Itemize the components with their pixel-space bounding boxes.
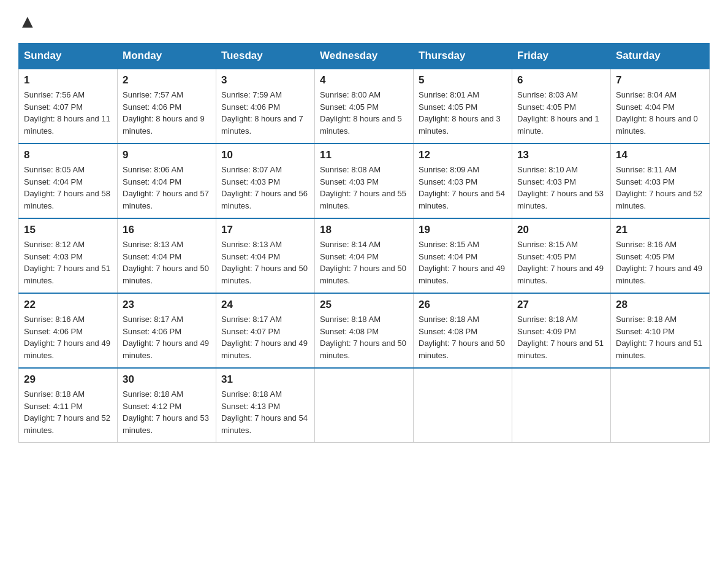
calendar-day-cell: 29Sunrise: 8:18 AMSunset: 4:11 PMDayligh… (19, 368, 118, 443)
day-number: 11 (320, 149, 408, 161)
calendar-day-cell: 23Sunrise: 8:17 AMSunset: 4:06 PMDayligh… (118, 293, 216, 368)
day-of-week-header: Monday (118, 44, 216, 69)
day-number: 19 (419, 224, 507, 236)
calendar-day-cell (315, 368, 414, 443)
calendar-day-cell: 5Sunrise: 8:01 AMSunset: 4:05 PMDaylight… (414, 69, 512, 144)
day-number: 15 (24, 224, 112, 236)
day-number: 9 (123, 149, 211, 161)
day-number: 6 (517, 74, 605, 86)
day-info: Sunrise: 7:56 AMSunset: 4:07 PMDaylight:… (24, 89, 112, 137)
day-number: 28 (616, 299, 704, 311)
calendar-day-cell: 19Sunrise: 8:15 AMSunset: 4:04 PMDayligh… (414, 218, 512, 293)
day-info: Sunrise: 8:18 AMSunset: 4:13 PMDaylight:… (221, 388, 309, 436)
calendar-day-cell: 8Sunrise: 8:05 AMSunset: 4:04 PMDaylight… (19, 144, 118, 218)
day-number: 10 (221, 149, 309, 161)
logo: ▲ (18, 12, 37, 31)
calendar-day-cell: 1Sunrise: 7:56 AMSunset: 4:07 PMDaylight… (19, 69, 118, 144)
calendar-header-row: SundayMondayTuesdayWednesdayThursdayFrid… (19, 44, 710, 69)
calendar-table: SundayMondayTuesdayWednesdayThursdayFrid… (18, 43, 710, 443)
day-info: Sunrise: 8:13 AMSunset: 4:04 PMDaylight:… (123, 239, 211, 286)
day-info: Sunrise: 7:57 AMSunset: 4:06 PMDaylight:… (123, 89, 211, 137)
day-number: 29 (24, 373, 112, 386)
day-info: Sunrise: 8:10 AMSunset: 4:03 PMDaylight:… (517, 164, 605, 212)
day-info: Sunrise: 8:17 AMSunset: 4:06 PMDaylight:… (123, 313, 211, 361)
calendar-day-cell: 22Sunrise: 8:16 AMSunset: 4:06 PMDayligh… (19, 293, 118, 368)
day-info: Sunrise: 8:05 AMSunset: 4:04 PMDaylight:… (24, 164, 112, 212)
day-info: Sunrise: 8:01 AMSunset: 4:05 PMDaylight:… (419, 89, 507, 137)
day-number: 24 (221, 299, 309, 311)
day-info: Sunrise: 8:07 AMSunset: 4:03 PMDaylight:… (221, 164, 309, 212)
day-info: Sunrise: 8:12 AMSunset: 4:03 PMDaylight:… (24, 239, 112, 286)
calendar-day-cell: 20Sunrise: 8:15 AMSunset: 4:05 PMDayligh… (512, 218, 611, 293)
day-info: Sunrise: 8:04 AMSunset: 4:04 PMDaylight:… (616, 89, 704, 137)
day-info: Sunrise: 8:09 AMSunset: 4:03 PMDaylight:… (419, 164, 507, 212)
day-number: 3 (221, 74, 309, 86)
calendar-day-cell: 14Sunrise: 8:11 AMSunset: 4:03 PMDayligh… (611, 144, 710, 218)
page-header: ▲ (18, 12, 710, 31)
day-number: 16 (123, 224, 211, 236)
day-info: Sunrise: 8:18 AMSunset: 4:09 PMDaylight:… (517, 313, 605, 361)
day-info: Sunrise: 8:15 AMSunset: 4:04 PMDaylight:… (419, 239, 507, 286)
calendar-day-cell: 3Sunrise: 7:59 AMSunset: 4:06 PMDaylight… (216, 69, 315, 144)
day-number: 27 (517, 299, 605, 311)
calendar-day-cell: 24Sunrise: 8:17 AMSunset: 4:07 PMDayligh… (216, 293, 315, 368)
day-info: Sunrise: 8:18 AMSunset: 4:08 PMDaylight:… (320, 313, 408, 361)
calendar-week-row: 1Sunrise: 7:56 AMSunset: 4:07 PMDaylight… (19, 69, 710, 144)
calendar-week-row: 29Sunrise: 8:18 AMSunset: 4:11 PMDayligh… (19, 368, 710, 443)
day-number: 5 (419, 74, 507, 86)
calendar-day-cell (512, 368, 611, 443)
day-number: 21 (616, 224, 704, 236)
day-number: 31 (221, 373, 309, 386)
day-number: 20 (517, 224, 605, 236)
calendar-day-cell (414, 368, 512, 443)
day-info: Sunrise: 8:16 AMSunset: 4:06 PMDaylight:… (24, 313, 112, 361)
day-number: 1 (24, 74, 112, 86)
day-info: Sunrise: 8:08 AMSunset: 4:03 PMDaylight:… (320, 164, 408, 212)
day-info: Sunrise: 8:14 AMSunset: 4:04 PMDaylight:… (320, 239, 408, 286)
day-info: Sunrise: 8:03 AMSunset: 4:05 PMDaylight:… (517, 89, 605, 137)
calendar-day-cell: 18Sunrise: 8:14 AMSunset: 4:04 PMDayligh… (315, 218, 414, 293)
calendar-week-row: 22Sunrise: 8:16 AMSunset: 4:06 PMDayligh… (19, 293, 710, 368)
day-number: 2 (123, 74, 211, 86)
day-info: Sunrise: 8:11 AMSunset: 4:03 PMDaylight:… (616, 164, 704, 212)
calendar-day-cell: 13Sunrise: 8:10 AMSunset: 4:03 PMDayligh… (512, 144, 611, 218)
day-number: 22 (24, 299, 112, 311)
day-info: Sunrise: 8:18 AMSunset: 4:11 PMDaylight:… (24, 388, 112, 436)
calendar-day-cell: 2Sunrise: 7:57 AMSunset: 4:06 PMDaylight… (118, 69, 216, 144)
calendar-day-cell: 26Sunrise: 8:18 AMSunset: 4:08 PMDayligh… (414, 293, 512, 368)
calendar-week-row: 15Sunrise: 8:12 AMSunset: 4:03 PMDayligh… (19, 218, 710, 293)
calendar-day-cell: 31Sunrise: 8:18 AMSunset: 4:13 PMDayligh… (216, 368, 315, 443)
day-info: Sunrise: 8:17 AMSunset: 4:07 PMDaylight:… (221, 313, 309, 361)
calendar-day-cell: 17Sunrise: 8:13 AMSunset: 4:04 PMDayligh… (216, 218, 315, 293)
day-of-week-header: Sunday (19, 44, 118, 69)
day-info: Sunrise: 8:06 AMSunset: 4:04 PMDaylight:… (123, 164, 211, 212)
day-of-week-header: Thursday (414, 44, 512, 69)
day-number: 4 (320, 74, 408, 86)
calendar-day-cell: 15Sunrise: 8:12 AMSunset: 4:03 PMDayligh… (19, 218, 118, 293)
day-of-week-header: Saturday (611, 44, 710, 69)
day-number: 30 (123, 373, 211, 386)
calendar-day-cell: 12Sunrise: 8:09 AMSunset: 4:03 PMDayligh… (414, 144, 512, 218)
day-number: 26 (419, 299, 507, 311)
day-number: 18 (320, 224, 408, 236)
calendar-day-cell: 30Sunrise: 8:18 AMSunset: 4:12 PMDayligh… (118, 368, 216, 443)
day-info: Sunrise: 8:13 AMSunset: 4:04 PMDaylight:… (221, 239, 309, 286)
day-of-week-header: Friday (512, 44, 611, 69)
calendar-day-cell: 25Sunrise: 8:18 AMSunset: 4:08 PMDayligh… (315, 293, 414, 368)
day-info: Sunrise: 8:18 AMSunset: 4:12 PMDaylight:… (123, 388, 211, 436)
day-of-week-header: Wednesday (315, 44, 414, 69)
day-number: 17 (221, 224, 309, 236)
day-info: Sunrise: 7:59 AMSunset: 4:06 PMDaylight:… (221, 89, 309, 137)
day-number: 7 (616, 74, 704, 86)
day-of-week-header: Tuesday (216, 44, 315, 69)
calendar-day-cell (611, 368, 710, 443)
day-number: 25 (320, 299, 408, 311)
day-number: 14 (616, 149, 704, 161)
calendar-week-row: 8Sunrise: 8:05 AMSunset: 4:04 PMDaylight… (19, 144, 710, 218)
calendar-day-cell: 27Sunrise: 8:18 AMSunset: 4:09 PMDayligh… (512, 293, 611, 368)
calendar-day-cell: 11Sunrise: 8:08 AMSunset: 4:03 PMDayligh… (315, 144, 414, 218)
calendar-day-cell: 28Sunrise: 8:18 AMSunset: 4:10 PMDayligh… (611, 293, 710, 368)
calendar-day-cell: 6Sunrise: 8:03 AMSunset: 4:05 PMDaylight… (512, 69, 611, 144)
day-info: Sunrise: 8:16 AMSunset: 4:05 PMDaylight:… (616, 239, 704, 286)
calendar-day-cell: 7Sunrise: 8:04 AMSunset: 4:04 PMDaylight… (611, 69, 710, 144)
